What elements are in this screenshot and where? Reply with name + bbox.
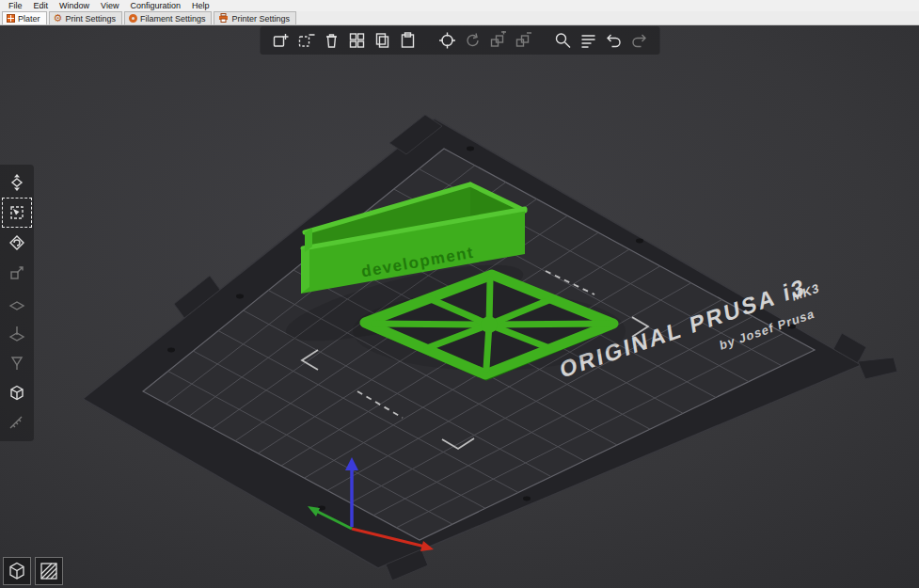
scene-3d: ORIGINAL PRUSA i3 MK3 by Josef Prusa — [0, 25, 919, 588]
delete-all-button[interactable] — [320, 29, 342, 52]
delete-object-icon — [296, 31, 315, 50]
flatten-tool-button[interactable] — [4, 290, 30, 316]
flatten-icon — [8, 294, 26, 312]
scale-tool-button[interactable] — [4, 260, 30, 286]
layers-icon — [578, 31, 597, 50]
increase-instances-button[interactable] — [486, 29, 509, 52]
view-3d-button[interactable] — [3, 557, 31, 585]
select-tool-button[interactable] — [4, 199, 30, 226]
bed-ear-corner — [858, 358, 897, 379]
menu-edit[interactable]: Edit — [29, 1, 54, 10]
delete-all-icon — [322, 31, 341, 50]
measure-tool-button[interactable] — [4, 410, 30, 437]
arrange-icon — [347, 31, 366, 50]
increase-instances-icon — [488, 31, 507, 50]
paste-button[interactable] — [396, 29, 419, 52]
support-icon — [8, 354, 26, 373]
move-icon — [8, 173, 26, 192]
plater-grid-icon — [7, 14, 15, 23]
printer-icon — [218, 13, 229, 24]
tab-label: Printer Settings — [231, 14, 290, 24]
tab-label: Filament Settings — [140, 14, 206, 24]
tab-plater[interactable]: Plater — [2, 11, 47, 24]
menu-configuration[interactable]: Configuration — [125, 1, 185, 10]
menu-window[interactable]: Window — [55, 1, 94, 10]
search-icon — [553, 31, 572, 50]
filament-spool-icon — [129, 14, 137, 23]
decrease-instances-button[interactable] — [512, 29, 534, 52]
support-tool-button[interactable] — [4, 350, 30, 376]
center-target-icon — [437, 31, 456, 50]
tab-bar: Plater ⚙ Print Settings Filament Setting… — [0, 11, 919, 25]
center-instance-button[interactable] — [436, 29, 458, 52]
paste-icon — [398, 31, 417, 50]
menu-help[interactable]: Help — [187, 1, 214, 10]
menu-file[interactable]: File — [4, 1, 27, 10]
view-mode-buttons — [3, 557, 63, 585]
add-object-icon — [271, 31, 290, 50]
layers-list-button[interactable] — [577, 29, 599, 52]
camera-cube-button[interactable] — [4, 380, 30, 406]
rotate-icon — [8, 233, 26, 252]
rotate-instance-button[interactable] — [461, 29, 483, 52]
viewport-3d[interactable]: ORIGINAL PRUSA i3 MK3 by Josef Prusa — [0, 25, 919, 588]
rotate-tool-button[interactable] — [4, 230, 30, 256]
cube-icon — [8, 384, 26, 403]
arrange-button[interactable] — [345, 29, 368, 52]
delete-object-button[interactable] — [294, 29, 317, 52]
tab-printer-settings[interactable]: Printer Settings — [214, 11, 296, 24]
select-icon — [8, 203, 26, 222]
left-toolbar — [0, 165, 34, 441]
gear-icon: ⚙ — [54, 14, 63, 23]
decrease-instances-icon — [514, 31, 532, 50]
ruler-icon — [8, 414, 26, 433]
top-toolbar — [260, 26, 659, 55]
view-layers-button[interactable] — [35, 557, 63, 585]
cut-icon — [8, 324, 26, 342]
copy-button[interactable] — [371, 29, 393, 52]
layers-slice-icon — [39, 561, 59, 581]
tab-label: Print Settings — [65, 14, 116, 24]
cube-3d-icon — [7, 561, 27, 581]
zoom-button[interactable] — [551, 29, 574, 52]
menu-bar: File Edit Window View Configuration Help — [0, 0, 919, 11]
tab-print-settings[interactable]: ⚙ Print Settings — [49, 11, 122, 24]
copy-icon — [372, 31, 391, 50]
add-object-button[interactable] — [269, 29, 292, 52]
scale-icon — [8, 263, 26, 282]
menu-view[interactable]: View — [96, 1, 123, 10]
tab-filament-settings[interactable]: Filament Settings — [124, 11, 213, 24]
undo-icon — [604, 31, 623, 50]
rotate-instance-icon — [463, 31, 482, 50]
redo-button[interactable] — [627, 29, 650, 52]
move-tool-button[interactable] — [4, 169, 30, 196]
redo-icon — [629, 31, 648, 50]
undo-button[interactable] — [602, 29, 625, 52]
cut-tool-button[interactable] — [4, 320, 30, 346]
lattice-hub — [481, 316, 498, 333]
tab-label: Plater — [18, 14, 40, 24]
